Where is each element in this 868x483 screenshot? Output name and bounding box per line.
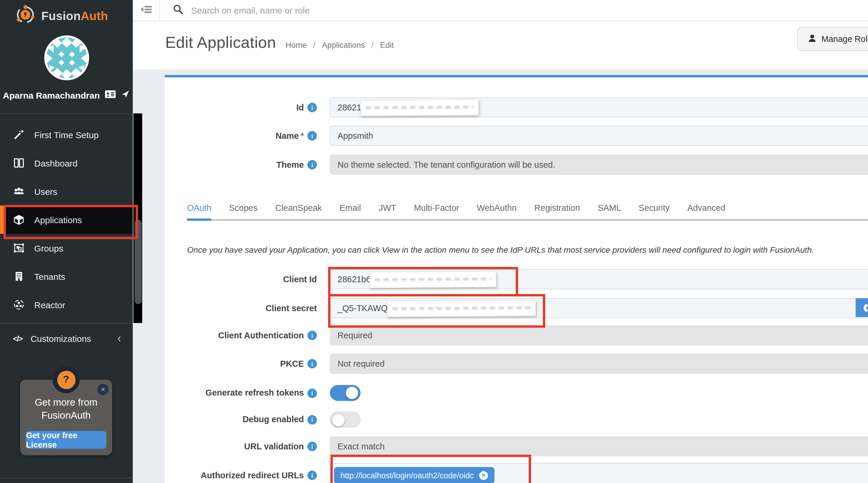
field-row-client-id: Client Id 28621b6f-: [187, 269, 868, 289]
pkce-label: PKCE: [280, 359, 304, 369]
tab-saml[interactable]: SAML: [598, 203, 621, 221]
client-authentication-label: Client Authentication: [218, 330, 304, 340]
info-icon[interactable]: i: [307, 160, 317, 169]
client-secret-field[interactable]: _Q5-TKAWQSz7s: [330, 298, 868, 318]
sidebar-item-label: Tenants: [34, 271, 65, 281]
breadcrumb-home[interactable]: Home: [286, 41, 307, 50]
theme-select[interactable]: No theme selected. The tenant configurat…: [330, 155, 868, 175]
tab-cleanspeak[interactable]: CleanSpeak: [275, 203, 322, 221]
tab-oauth[interactable]: OAuth: [187, 203, 211, 221]
field-row-name: Name*i Appsmith: [187, 126, 868, 146]
sidebar-item-first-time-setup[interactable]: First Time Setup: [0, 120, 133, 149]
sidebar-scrollbar-track: [133, 113, 142, 323]
contact-card-icon[interactable]: [105, 90, 116, 101]
dashboard-icon: [13, 157, 25, 169]
sidebar-item-customizations[interactable]: </> Customizations ‹: [0, 325, 133, 351]
tab-email[interactable]: Email: [340, 203, 361, 221]
outdent-icon: [140, 4, 153, 17]
tab-scopes[interactable]: Scopes: [229, 203, 257, 221]
info-icon[interactable]: i: [307, 415, 317, 424]
id-field[interactable]: 28621b: [330, 97, 868, 117]
view-secret-button[interactable]: [856, 298, 868, 317]
info-icon[interactable]: i: [307, 103, 317, 112]
tab-jwt[interactable]: JWT: [379, 203, 397, 221]
avatar: [44, 35, 89, 83]
required-asterisk: *: [301, 131, 304, 141]
search-input[interactable]: [190, 5, 558, 16]
pkce-select[interactable]: Not required: [330, 354, 868, 374]
fusionauth-logo[interactable]: FusionAuth: [0, 0, 133, 27]
field-row-id: Idi 28621b: [187, 97, 868, 117]
switch-user-icon[interactable]: [121, 90, 130, 101]
toggle-knob: [332, 414, 345, 426]
tab-registration[interactable]: Registration: [534, 203, 580, 221]
generate-refresh-tokens-toggle[interactable]: [330, 385, 361, 401]
field-row-client-secret: Client secret _Q5-TKAWQSz7s: [187, 298, 868, 318]
sidebar-item-label: First Time Setup: [34, 130, 98, 140]
sidebar-divider: [0, 323, 133, 323]
chevron-left-icon[interactable]: ‹: [117, 332, 121, 344]
field-row-url-validation: URL validationi Exact match: [187, 436, 868, 456]
building-icon: [13, 271, 25, 282]
sidebar-item-users[interactable]: Users: [0, 177, 133, 205]
toggle-knob: [346, 387, 358, 399]
promo-close-icon[interactable]: ✕: [97, 384, 108, 395]
sidebar-item-dashboard[interactable]: Dashboard: [0, 149, 133, 177]
user-name: Aparna Ramachandran: [3, 90, 100, 101]
field-row-theme: Themei No theme selected. The tenant con…: [187, 155, 868, 175]
sidebar-item-label: Users: [34, 186, 57, 196]
url-validation-label: URL validation: [244, 442, 304, 451]
debug-enabled-toggle[interactable]: [330, 411, 361, 427]
fusionauth-logo-icon: [16, 5, 35, 27]
tab-advanced[interactable]: Advanced: [687, 203, 725, 221]
field-row-pkce: PKCEi Not required: [187, 354, 868, 374]
sidebar-item-groups[interactable]: Groups: [0, 234, 133, 262]
settings-tabs: OAuth Scopes CleanSpeak Email JWT Multi-…: [187, 203, 868, 221]
url-validation-value: Exact match: [338, 442, 385, 451]
sidebar-item-label: Customizations: [31, 333, 91, 343]
info-icon[interactable]: i: [307, 442, 317, 451]
sidebar-item-label: Reactor: [34, 300, 65, 310]
breadcrumb-applications[interactable]: Applications: [322, 41, 365, 50]
get-free-license-button[interactable]: Get your free License: [26, 431, 106, 449]
redaction-overlay: [387, 300, 536, 317]
wand-icon: [13, 129, 25, 141]
redirect-url-chip-label: http://localhost/login/oauth2/code/oidc: [340, 471, 474, 480]
code-icon: </>: [13, 334, 23, 343]
theme-label: Theme: [276, 160, 304, 170]
chip-remove-icon[interactable]: ✕: [479, 471, 488, 480]
tab-multi-factor[interactable]: Multi-Factor: [414, 203, 459, 221]
name-field[interactable]: Appsmith: [330, 126, 868, 146]
person-icon: [808, 34, 816, 44]
pkce-value: Not required: [338, 359, 385, 368]
search-icon: [173, 4, 183, 17]
sidebar: FusionAuth: [0, 0, 133, 483]
client-id-field[interactable]: 28621b6f-: [330, 269, 868, 289]
manage-roles-label: Manage Roles: [822, 34, 868, 44]
info-icon[interactable]: i: [307, 359, 317, 368]
tab-security[interactable]: Security: [639, 203, 670, 221]
info-icon[interactable]: i: [307, 131, 317, 141]
users-icon: [13, 186, 25, 197]
application-form-card: Idi 28621b Name*i Appsmith Themei No the…: [165, 75, 868, 483]
sidebar-item-reactor[interactable]: Reactor: [0, 290, 133, 319]
info-icon[interactable]: i: [307, 388, 317, 398]
sidebar-divider: [0, 113, 133, 114]
url-validation-select[interactable]: Exact match: [330, 436, 868, 456]
sidebar-item-applications[interactable]: Applications: [0, 205, 133, 234]
collapse-menu-button[interactable]: [133, 0, 160, 21]
client-authentication-select[interactable]: Required: [330, 325, 868, 345]
manage-roles-button[interactable]: Manage Roles: [797, 27, 868, 51]
breadcrumb-edit: Edit: [380, 41, 394, 50]
info-icon[interactable]: i: [307, 331, 317, 340]
authorized-redirect-urls-label: Authorized redirect URLs: [200, 470, 304, 480]
info-icon[interactable]: i: [307, 471, 317, 480]
authorized-redirect-urls-input[interactable]: http://localhost/login/oauth2/code/oidc …: [330, 463, 868, 483]
tab-webauthn[interactable]: WebAuthn: [477, 203, 517, 221]
top-bar: [133, 0, 868, 21]
sidebar-scrollbar-thumb[interactable]: [134, 220, 142, 304]
page-header: Edit Application Home / Applications / E…: [133, 21, 868, 70]
client-secret-label: Client secret: [266, 303, 317, 313]
sidebar-item-tenants[interactable]: Tenants: [0, 262, 133, 290]
content-area: Idi 28621b Name*i Appsmith Themei No the…: [133, 70, 868, 483]
